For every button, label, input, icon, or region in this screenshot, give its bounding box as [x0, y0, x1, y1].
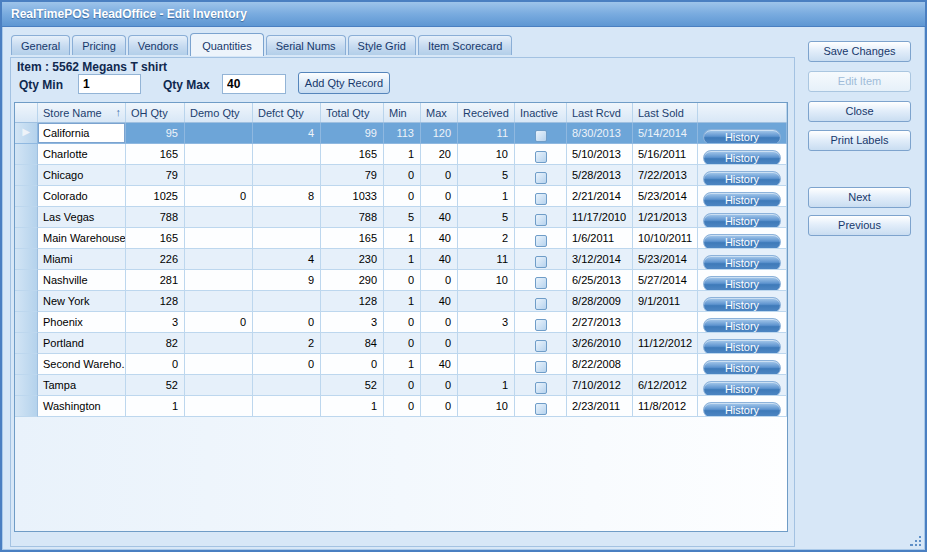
cell-store[interactable]: Miami — [38, 249, 126, 270]
print-labels-button[interactable]: Print Labels — [808, 130, 911, 151]
inactive-checkbox[interactable] — [535, 277, 547, 289]
cell-store[interactable]: California — [38, 123, 126, 144]
table-row[interactable]: Charlotte165165120105/10/20135/16/2011Hi… — [15, 144, 787, 165]
tab-quantities[interactable]: Quantities — [190, 33, 264, 56]
cell-store[interactable]: Portland — [38, 333, 126, 354]
history-button[interactable]: History — [703, 255, 781, 270]
history-button[interactable]: History — [703, 297, 781, 312]
cell-store[interactable]: Phoenix — [38, 312, 126, 333]
column-header-indicator[interactable] — [15, 103, 38, 122]
table-row[interactable]: Chicago79790055/28/20137/22/2013History — [15, 165, 787, 186]
column-header-inactive[interactable]: Inactive — [515, 103, 567, 122]
tab-item-scorecard[interactable]: Item Scorecard — [418, 35, 513, 55]
table-row[interactable]: Tampa52520017/10/20126/12/2012History — [15, 375, 787, 396]
history-button[interactable]: History — [703, 150, 781, 165]
tab-style-grid[interactable]: Style Grid — [348, 35, 416, 55]
table-row[interactable]: Nashville281929000106/25/20135/27/2014Hi… — [15, 270, 787, 291]
cell-store[interactable]: New York — [38, 291, 126, 312]
table-row[interactable]: Las Vegas788788540511/17/20101/21/2013Hi… — [15, 207, 787, 228]
column-header-last_rcvd[interactable]: Last Rcvd — [567, 103, 633, 122]
column-header-min[interactable]: Min — [384, 103, 421, 122]
table-row[interactable]: Miami2264230140113/12/20145/23/2014Histo… — [15, 249, 787, 270]
cell-store[interactable]: Nashville — [38, 270, 126, 291]
table-row[interactable]: Second Wareho...0001408/22/2008History — [15, 354, 787, 375]
history-button[interactable]: History — [703, 129, 781, 144]
table-row[interactable]: Portland82284003/26/201011/12/2012Histor… — [15, 333, 787, 354]
cell-store[interactable]: Tampa — [38, 375, 126, 396]
table-row[interactable]: Washington1100102/23/201111/8/2012Histor… — [15, 396, 787, 417]
history-button[interactable]: History — [703, 318, 781, 333]
column-header-max[interactable]: Max — [421, 103, 458, 122]
history-button[interactable]: History — [703, 360, 781, 375]
tab-vendors[interactable]: Vendors — [128, 35, 188, 55]
cell-total: 1 — [321, 396, 384, 417]
previous-button[interactable]: Previous — [808, 215, 911, 236]
cell-max: 40 — [421, 291, 458, 312]
table-row[interactable]: Main Warehouse16516514021/6/201110/10/20… — [15, 228, 787, 249]
inactive-checkbox[interactable] — [535, 214, 547, 226]
tab-pricing[interactable]: Pricing — [72, 35, 126, 55]
column-header-history[interactable] — [698, 103, 787, 122]
inactive-checkbox[interactable] — [535, 319, 547, 331]
column-header-demo[interactable]: Demo Qty — [185, 103, 253, 122]
table-row[interactable]: New York1281281408/28/20099/1/2011Histor… — [15, 291, 787, 312]
table-row[interactable]: ▶California95499113120118/30/20135/14/20… — [15, 123, 787, 144]
column-header-store[interactable]: Store Name↑ — [38, 103, 126, 122]
add-qty-record-button[interactable]: Add Qty Record — [298, 72, 390, 94]
cell-store[interactable]: Colorado — [38, 186, 126, 207]
cell-store[interactable]: Main Warehouse — [38, 228, 126, 249]
window-title: RealTimePOS HeadOffice - Edit Inventory — [11, 7, 247, 21]
save-changes-button[interactable]: Save Changes — [808, 41, 911, 62]
close-button[interactable]: Close — [808, 101, 911, 122]
cell-defct — [253, 207, 321, 228]
cell-demo — [185, 270, 253, 291]
cell-store[interactable]: Charlotte — [38, 144, 126, 165]
cell-max: 0 — [421, 186, 458, 207]
history-button[interactable]: History — [703, 213, 781, 228]
inactive-checkbox[interactable] — [535, 298, 547, 310]
history-button[interactable]: History — [703, 171, 781, 186]
inactive-checkbox[interactable] — [535, 340, 547, 352]
history-button[interactable]: History — [703, 402, 781, 417]
tab-serial-nums[interactable]: Serial Nums — [266, 35, 346, 55]
history-button[interactable]: History — [703, 339, 781, 354]
qty-max-input[interactable] — [222, 74, 286, 94]
inactive-checkbox[interactable] — [535, 193, 547, 205]
cell-defct: 8 — [253, 186, 321, 207]
cell-last_rcvd: 5/10/2013 — [567, 144, 633, 165]
history-button[interactable]: History — [703, 381, 781, 396]
inactive-checkbox[interactable] — [535, 256, 547, 268]
cell-store[interactable]: Chicago — [38, 165, 126, 186]
history-button[interactable]: History — [703, 276, 781, 291]
cell-min: 113 — [384, 123, 421, 144]
table-row[interactable]: Phoenix30030032/27/2013History — [15, 312, 787, 333]
cell-store[interactable]: Washington — [38, 396, 126, 417]
column-header-last_sold[interactable]: Last Sold — [633, 103, 698, 122]
inactive-checkbox[interactable] — [535, 172, 547, 184]
inactive-checkbox[interactable] — [535, 151, 547, 163]
inactive-checkbox[interactable] — [535, 235, 547, 247]
inactive-checkbox[interactable] — [535, 361, 547, 373]
next-button[interactable]: Next — [808, 187, 911, 208]
grid-body: ▶California95499113120118/30/20135/14/20… — [15, 123, 787, 417]
cell-total: 788 — [321, 207, 384, 228]
inactive-checkbox[interactable] — [535, 130, 547, 142]
inactive-checkbox[interactable] — [535, 403, 547, 415]
cell-store[interactable]: Second Wareho... — [38, 354, 126, 375]
cell-received: 11 — [458, 249, 515, 270]
cell-indicator — [15, 249, 38, 270]
cell-defct: 0 — [253, 312, 321, 333]
inactive-checkbox[interactable] — [535, 382, 547, 394]
column-header-received[interactable]: Received — [458, 103, 515, 122]
history-button[interactable]: History — [703, 192, 781, 207]
column-header-defct[interactable]: Defct Qty — [253, 103, 321, 122]
column-header-oh[interactable]: OH Qty — [126, 103, 185, 122]
tab-general[interactable]: General — [11, 35, 70, 55]
history-button[interactable]: History — [703, 234, 781, 249]
cell-indicator — [15, 396, 38, 417]
resize-grip-icon[interactable] — [910, 535, 921, 546]
qty-min-input[interactable] — [78, 74, 141, 94]
table-row[interactable]: Colorado10250810330012/21/20145/23/2014H… — [15, 186, 787, 207]
cell-store[interactable]: Las Vegas — [38, 207, 126, 228]
column-header-total[interactable]: Total Qty — [321, 103, 384, 122]
